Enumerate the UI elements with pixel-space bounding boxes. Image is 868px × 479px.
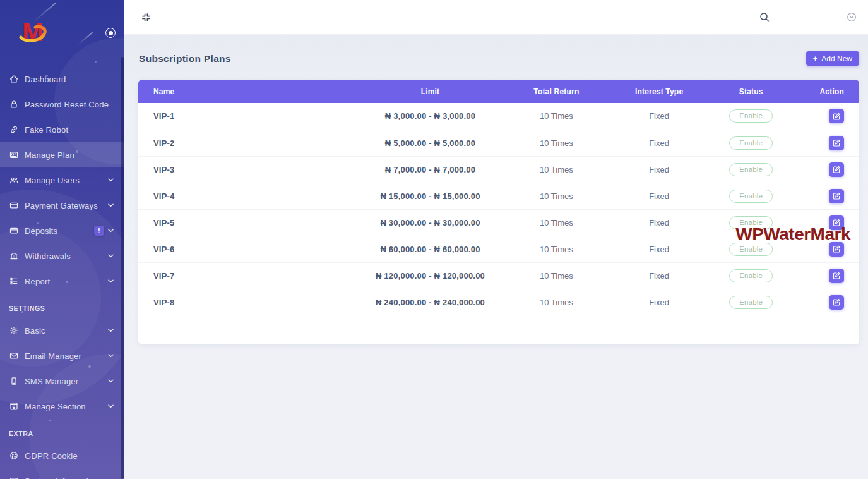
plan-limit: ₦ 120,000.00 - ₦ 120,000.00 — [362, 262, 499, 289]
credit-card-icon — [9, 200, 19, 210]
edit-pencil-icon — [833, 219, 840, 226]
browser-icon — [9, 401, 19, 411]
sidebar-item-label: Withdrawals — [25, 252, 71, 261]
bank-icon — [9, 251, 19, 261]
chevron-down-icon — [108, 379, 114, 383]
edit-button[interactable] — [829, 109, 844, 123]
edit-button[interactable] — [829, 295, 844, 310]
sidebar-item-basic[interactable]: Basic — [0, 318, 124, 343]
edit-button[interactable] — [829, 162, 844, 177]
plan-action-cell — [798, 130, 859, 156]
cookie-icon — [9, 451, 19, 461]
plan-status-cell: Enable — [704, 103, 797, 130]
chevron-down-icon — [108, 354, 114, 358]
plan-name: VIP-1 — [138, 103, 362, 130]
plan-card-icon — [9, 150, 19, 160]
edit-button[interactable] — [829, 269, 844, 283]
sidebar-item-payment-gateways[interactable]: Payment Gateways — [0, 193, 124, 218]
plan-status-cell: Enable — [704, 209, 797, 236]
sidebar-item-label: System Information — [25, 476, 98, 479]
sidebar-item-email-manager[interactable]: Email Manager — [0, 343, 124, 368]
edit-button[interactable] — [829, 189, 844, 203]
sidebar-item-deposits[interactable]: Deposits ! — [0, 218, 124, 243]
plan-name: VIP-7 — [138, 262, 362, 289]
plan-interest-type: Fixed — [614, 209, 705, 236]
topbar — [124, 0, 868, 35]
table-row: VIP-6 ₦ 60,000.00 - ₦ 60,000.00 10 Times… — [138, 236, 859, 262]
plan-status-cell: Enable — [704, 289, 797, 315]
table-row: VIP-3 ₦ 7,000.00 - ₦ 7,000.00 10 Times F… — [138, 156, 859, 183]
link-icon — [9, 124, 19, 135]
plan-limit: ₦ 7,000.00 - ₦ 7,000.00 — [362, 156, 499, 183]
edit-button[interactable] — [829, 242, 844, 257]
plans-table: Name Limit Total Return Interest Type St… — [138, 80, 859, 315]
plan-interest-type: Fixed — [614, 236, 705, 262]
plan-action-cell — [798, 103, 859, 130]
credit-card-icon — [9, 226, 19, 236]
plan-name: VIP-4 — [138, 183, 362, 209]
edit-pencil-icon — [833, 139, 840, 147]
plan-name: VIP-6 — [138, 236, 362, 262]
plan-name: VIP-5 — [138, 209, 362, 236]
search-button[interactable] — [756, 9, 773, 26]
table-row: VIP-8 ₦ 240,000.00 - ₦ 240,000.00 10 Tim… — [138, 289, 859, 315]
status-badge: Enable — [729, 163, 773, 176]
sidebar-item-gdpr-cookie[interactable]: GDPR Cookie — [0, 443, 124, 468]
plan-action-cell — [798, 262, 859, 289]
sidebar: M Dashboard Password Reset Code Fake Rob… — [0, 0, 124, 479]
column-header-status: Status — [704, 80, 797, 103]
app-logo: M — [19, 16, 47, 48]
add-new-button[interactable]: + Add New — [806, 51, 859, 66]
plan-interest-type: Fixed — [614, 156, 705, 183]
sidebar-item-withdrawals[interactable]: Withdrawals — [0, 243, 124, 269]
plan-status-cell: Enable — [704, 130, 797, 156]
mobile-icon — [9, 376, 19, 386]
sidebar-item-label: Password Reset Code — [25, 100, 109, 109]
chevron-down-icon — [108, 279, 114, 283]
sidebar-collapse-button[interactable] — [138, 9, 154, 25]
gear-icon — [9, 325, 19, 336]
sidebar-item-system-information[interactable]: System Information — [0, 468, 124, 479]
sidebar-item-label: Dashboard — [25, 75, 66, 84]
edit-button[interactable] — [829, 215, 844, 230]
main-area: Subscription Plans + Add New Name Limit … — [124, 0, 868, 479]
sidebar-section-settings: SETTINGS — [0, 299, 124, 318]
sidebar-item-label: Manage Section — [25, 402, 86, 411]
plan-action-cell — [798, 209, 859, 236]
compress-icon — [141, 12, 152, 23]
plan-interest-type: Fixed — [614, 262, 705, 289]
edit-button[interactable] — [829, 136, 844, 150]
edit-pencil-icon — [833, 112, 840, 120]
sidebar-menu: Dashboard Password Reset Code Fake Robot… — [0, 66, 124, 479]
sidebar-item-manage-plan[interactable]: Manage Plan — [0, 142, 124, 167]
sidebar-item-fake-robot[interactable]: Fake Robot — [0, 117, 124, 142]
column-header-name: Name — [138, 80, 362, 103]
sidebar-item-sms-manager[interactable]: SMS Manager — [0, 368, 124, 394]
page-title: Subscription Plans — [139, 53, 231, 64]
plan-total-return: 10 Times — [499, 262, 614, 289]
plan-status-cell: Enable — [704, 156, 797, 183]
column-header-total-return: Total Return — [499, 80, 614, 103]
table-row: VIP-1 ₦ 3,000.00 - ₦ 3,000.00 10 Times F… — [138, 103, 859, 130]
sidebar-item-dashboard[interactable]: Dashboard — [0, 66, 124, 92]
sidebar-item-manage-users[interactable]: Manage Users — [0, 167, 124, 193]
add-new-label: Add New — [821, 54, 852, 63]
table-row: VIP-7 ₦ 120,000.00 - ₦ 120,000.00 10 Tim… — [138, 262, 859, 289]
status-badge: Enable — [729, 136, 773, 150]
sidebar-item-label: Deposits — [25, 226, 57, 236]
sidebar-item-label: Manage Plan — [25, 150, 74, 160]
content-area: Subscription Plans + Add New Name Limit … — [124, 35, 868, 479]
plans-card: Name Limit Total Return Interest Type St… — [138, 80, 859, 344]
plan-limit: ₦ 30,000.00 - ₦ 30,000.00 — [362, 209, 499, 236]
plan-name: VIP-3 — [138, 156, 362, 183]
list-icon — [9, 276, 19, 286]
plan-interest-type: Fixed — [614, 130, 705, 156]
sidebar-item-manage-section[interactable]: Manage Section — [0, 394, 124, 419]
search-icon — [759, 11, 771, 23]
plan-limit: ₦ 60,000.00 - ₦ 60,000.00 — [362, 236, 499, 262]
sidebar-item-password-reset-code[interactable]: Password Reset Code — [0, 92, 124, 117]
sidebar-pin-toggle[interactable] — [105, 28, 116, 38]
user-menu-button[interactable] — [844, 9, 859, 25]
status-badge: Enable — [729, 269, 773, 282]
sidebar-item-report[interactable]: Report — [0, 269, 124, 294]
